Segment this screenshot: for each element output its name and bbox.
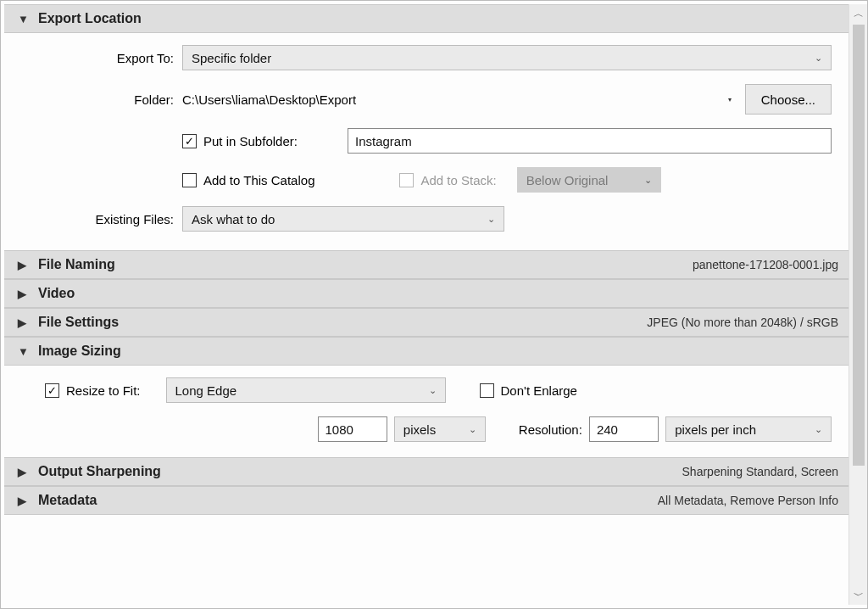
section-title: Export Location (38, 11, 142, 26)
folder-label: Folder: (21, 92, 182, 107)
add-to-stack-dropdown: Below Original ⌄ (517, 167, 661, 193)
metadata-summary: All Metadata, Remove Person Info (658, 494, 838, 507)
disclosure-down-icon: ▼ (18, 345, 31, 358)
export-panels: ▼ Export Location Export To: Specific fo… (4, 4, 849, 605)
section-title: Output Sharpening (38, 464, 161, 479)
export-location-body: Export To: Specific folder ⌄ Folder: C:\… (4, 33, 849, 250)
resize-method-value: Long Edge (175, 383, 422, 398)
section-header-image-sizing[interactable]: ▼ Image Sizing (4, 337, 849, 366)
section-header-export-location[interactable]: ▼ Export Location (4, 4, 849, 33)
chevron-down-icon: ⌄ (815, 424, 822, 435)
check-icon: ✓ (185, 136, 194, 147)
export-to-dropdown[interactable]: Specific folder ⌄ (182, 45, 832, 70)
disclosure-right-icon: ▶ (18, 494, 31, 507)
resolution-unit-dropdown[interactable]: pixels per inch ⌄ (665, 416, 832, 442)
section-title: File Naming (38, 257, 115, 272)
resize-to-fit-checkbox[interactable]: ✓ (45, 383, 59, 398)
put-in-subfolder-checkbox[interactable]: ✓ (182, 134, 197, 148)
resize-to-fit-label: Resize to Fit: (66, 383, 141, 398)
scroll-up-arrow-icon[interactable]: ︿ (849, 4, 868, 23)
scroll-down-arrow-icon[interactable]: ﹀ (849, 586, 868, 605)
export-dialog-frame: ▼ Export Location Export To: Specific fo… (0, 0, 868, 609)
section-header-video[interactable]: ▶ Video (4, 279, 849, 308)
vertical-scrollbar[interactable]: ︿ ﹀ (849, 4, 867, 605)
resize-method-dropdown[interactable]: Long Edge ⌄ (166, 377, 446, 403)
export-to-label: Export To: (21, 51, 182, 65)
scroll-thumb[interactable] (853, 25, 865, 466)
section-title: Video (38, 286, 75, 301)
dont-enlarge-label: Don't Enlarge (501, 383, 577, 398)
resolution-value: 240 (597, 422, 618, 437)
subfolder-value: Instagram (355, 134, 412, 148)
dont-enlarge-checkbox[interactable] (480, 383, 494, 398)
check-icon: ✓ (47, 385, 57, 396)
choose-folder-button[interactable]: Choose... (745, 84, 832, 115)
disclosure-right-icon: ▶ (18, 316, 31, 329)
subfolder-name-input[interactable]: Instagram (348, 128, 832, 154)
export-to-value: Specific folder (192, 51, 808, 65)
resolution-input[interactable]: 240 (589, 416, 659, 442)
put-in-subfolder-label: Put in Subfolder: (203, 134, 348, 148)
section-header-file-settings[interactable]: ▶ File Settings JPEG (No more than 2048k… (4, 308, 849, 337)
chevron-down-icon: ⌄ (469, 424, 476, 435)
section-header-output-sharpening[interactable]: ▶ Output Sharpening Sharpening Standard,… (4, 457, 849, 486)
dimension-unit-dropdown[interactable]: pixels ⌄ (394, 416, 486, 442)
section-header-metadata[interactable]: ▶ Metadata All Metadata, Remove Person I… (4, 486, 849, 515)
file-naming-summary: panettone-171208-0001.jpg (693, 258, 838, 271)
chevron-down-icon: ⌄ (815, 53, 822, 64)
section-header-file-naming[interactable]: ▶ File Naming panettone-171208-0001.jpg (4, 250, 849, 279)
dimension-input[interactable]: 1080 (318, 416, 387, 442)
image-sizing-body: ✓ Resize to Fit: Long Edge ⌄ Don't Enlar… (4, 366, 849, 457)
file-settings-summary: JPEG (No more than 2048k) / sRGB (647, 316, 838, 329)
section-title: Metadata (38, 493, 97, 508)
disclosure-right-icon: ▶ (18, 466, 31, 478)
disclosure-right-icon: ▶ (18, 288, 31, 300)
add-to-stack-checkbox (399, 173, 414, 187)
folder-history-caret-icon[interactable]: ▾ (725, 96, 735, 103)
disclosure-down-icon: ▼ (18, 13, 31, 25)
dimension-unit: pixels (403, 422, 462, 437)
folder-path: C:\Users\liama\Desktop\Export (182, 92, 725, 107)
section-title: Image Sizing (38, 344, 121, 359)
resolution-unit: pixels per inch (675, 422, 808, 437)
existing-files-value: Ask what to do (192, 212, 481, 226)
disclosure-right-icon: ▶ (18, 259, 31, 271)
chevron-down-icon: ⌄ (487, 214, 495, 225)
resolution-label: Resolution: (519, 422, 582, 437)
chevron-down-icon: ⌄ (429, 385, 437, 396)
existing-files-dropdown[interactable]: Ask what to do ⌄ (182, 206, 504, 232)
output-sharpening-summary: Sharpening Standard, Screen (682, 465, 838, 478)
add-to-catalog-checkbox[interactable] (182, 173, 197, 187)
add-to-catalog-label: Add to This Catalog (203, 173, 314, 187)
dimension-value: 1080 (326, 422, 353, 437)
choose-button-label: Choose... (761, 92, 815, 107)
section-title: File Settings (38, 315, 119, 330)
existing-files-label: Existing Files: (21, 212, 182, 226)
add-to-stack-label: Add to Stack: (420, 173, 496, 187)
chevron-down-icon: ⌄ (644, 175, 652, 186)
add-to-stack-value: Below Original (526, 173, 637, 187)
